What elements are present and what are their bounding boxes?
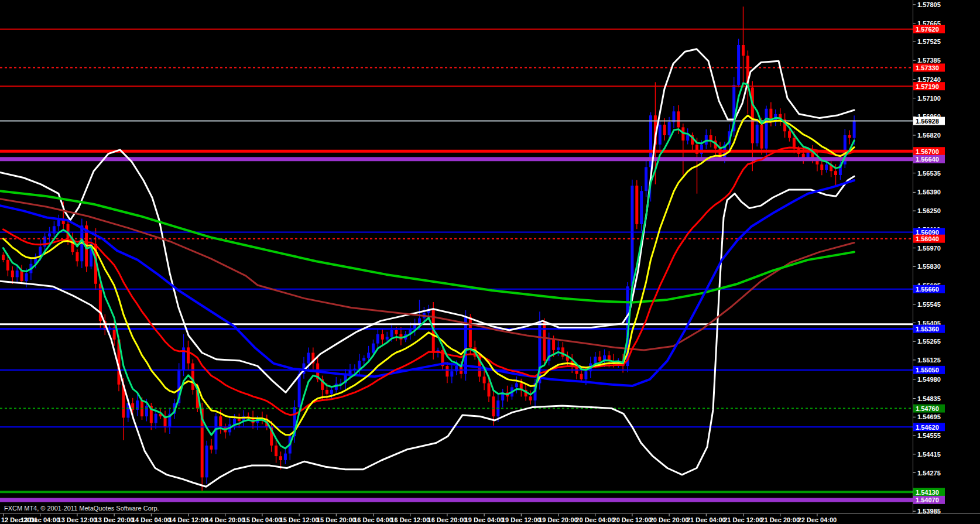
candle-up	[756, 125, 759, 143]
candle-up	[390, 330, 393, 337]
candle-up	[205, 446, 208, 477]
candle-up	[358, 361, 361, 369]
candle-down	[488, 383, 491, 397]
axes-layer	[0, 0, 980, 514]
price-tick-label: 1.53985	[917, 508, 941, 515]
candle-up	[25, 273, 28, 282]
candle-up	[16, 270, 19, 277]
price-tick-label: 1.56250	[917, 207, 941, 214]
price-tick-label: 1.57385	[917, 57, 941, 64]
price-label-text: 1.55050	[916, 367, 939, 374]
time-tick-label: 14 Dec 12:00	[169, 516, 208, 523]
ma-blue	[0, 180, 854, 386]
time-tick-label: 14 Dec 04:00	[132, 516, 171, 523]
candle-down	[543, 321, 546, 361]
price-tick-label: 1.56390	[917, 189, 941, 196]
candle-up	[584, 371, 587, 379]
time-tick-label: 13 Dec 12:00	[58, 516, 97, 523]
candle-up	[48, 234, 51, 237]
candle-up	[57, 220, 60, 226]
candle-up	[214, 416, 217, 450]
candle-up	[367, 353, 370, 358]
price-tick-label: 1.57100	[917, 95, 941, 102]
price-label-text: 1.55360	[916, 326, 939, 333]
copyright-label: FXCM MT4, © 2001-2011 MetaQuotes Softwar…	[4, 505, 159, 512]
candle-up	[418, 318, 421, 324]
candle-up	[307, 353, 310, 364]
time-tick-label: 16 Dec 04:00	[354, 516, 393, 523]
candle-down	[395, 330, 398, 334]
time-tick-label: 20 Dec 12:00	[613, 516, 652, 523]
candle-down	[469, 317, 472, 347]
price-label-text: 1.54760	[916, 405, 939, 412]
price-tick-label: 1.57525	[917, 38, 941, 45]
price-tick-label: 1.56535	[917, 170, 941, 177]
price-tick-label: 1.54980	[917, 376, 941, 383]
time-axis[interactable]: 12 Dec 201113 Dec 04:0013 Dec 12:0013 De…	[1, 513, 837, 523]
candle-down	[848, 135, 851, 138]
candle-up	[853, 121, 856, 138]
candle-down	[191, 364, 194, 390]
price-axis[interactable]: 1.578051.576651.575251.573851.572401.571…	[913, 1, 945, 515]
bollinger-lower	[0, 176, 854, 487]
price-label-text: 1.56928	[916, 118, 939, 125]
time-tick-label: 16 Dec 20:00	[428, 516, 467, 523]
chart-canvas[interactable]: 1.578051.576651.575251.573851.572401.571…	[0, 0, 980, 524]
candle-up	[450, 371, 453, 376]
candle-down	[561, 347, 564, 357]
candle-down	[325, 390, 328, 394]
candle-up	[594, 357, 597, 363]
candle-down	[677, 111, 680, 127]
time-tick-label: 19 Dec 12:00	[502, 516, 541, 523]
price-tick-label: 1.56820	[917, 132, 941, 139]
price-tick-label: 1.54835	[917, 395, 941, 402]
candle-down	[238, 419, 241, 421]
time-tick-label: 20 Dec 20:00	[650, 516, 689, 523]
candle-up	[372, 344, 375, 353]
candle-up	[659, 125, 662, 145]
price-label-text: 1.54070	[916, 496, 939, 504]
candle-up	[298, 374, 301, 407]
candle-down	[552, 340, 555, 350]
candle-down	[20, 270, 23, 281]
candle-up	[330, 390, 333, 394]
ema-fast-green	[4, 83, 855, 448]
time-tick-label: 21 Dec 04:00	[687, 516, 726, 523]
candle-up	[668, 122, 671, 135]
price-tick-label: 1.54695	[917, 413, 941, 420]
candle-down	[2, 255, 5, 260]
time-tick-label: 15 Dec 12:00	[280, 516, 319, 523]
candle-up	[284, 454, 287, 460]
price-label-text: 1.56040	[916, 235, 939, 242]
candle-down	[834, 171, 837, 175]
price-tick-label: 1.55545	[917, 301, 941, 308]
candle-up	[376, 334, 379, 344]
time-tick-label: 16 Dec 12:00	[390, 516, 430, 523]
candle-down	[219, 416, 222, 427]
time-tick-label: 19 Dec 20:00	[539, 516, 578, 523]
price-label-text: 1.57190	[916, 83, 939, 90]
price-tick-label: 1.55265	[917, 338, 941, 345]
price-tick-label: 1.54555	[917, 432, 941, 439]
candle-up	[386, 337, 389, 340]
price-tick-label: 1.54275	[917, 470, 941, 477]
candle-up	[557, 347, 560, 350]
price-tick-label: 1.55830	[917, 263, 941, 270]
candle-down	[279, 456, 282, 460]
candle-up	[233, 419, 236, 424]
candle-down	[663, 125, 666, 135]
price-tick-label: 1.55970	[917, 245, 941, 252]
price-label-text: 1.55660	[916, 286, 939, 293]
time-tick-label: 19 Dec 04:00	[465, 516, 504, 523]
mt4-chart-window: 1.578051.576651.575251.573851.572401.571…	[0, 0, 980, 524]
price-label-text: 1.57620	[916, 26, 939, 33]
candle-down	[483, 376, 486, 383]
time-tick-label: 15 Dec 20:00	[317, 516, 356, 523]
candle-down	[11, 270, 14, 277]
candle-down	[187, 347, 190, 363]
price-tick-label: 1.57240	[917, 76, 941, 83]
price-tick-label: 1.55125	[917, 357, 941, 364]
candle-down	[529, 396, 532, 400]
candle-up	[631, 186, 633, 286]
candle-up	[825, 165, 828, 170]
